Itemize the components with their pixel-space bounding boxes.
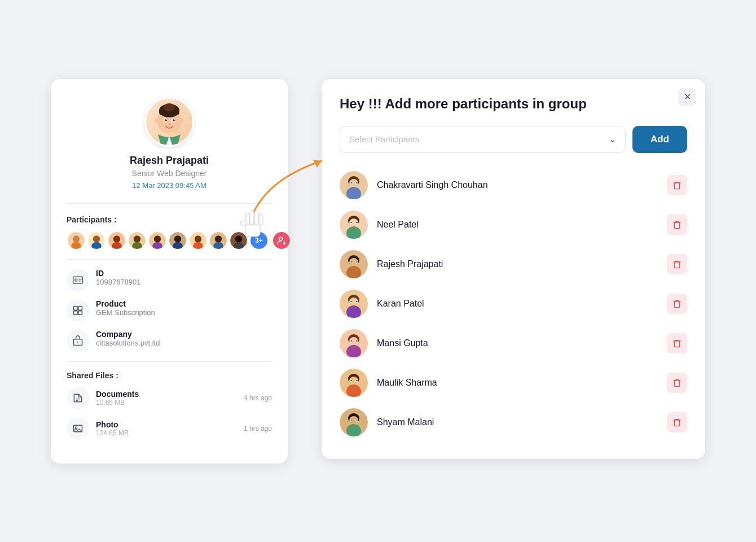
svg-point-87 xyxy=(356,261,357,262)
shared-files-label: Shared Files : xyxy=(67,371,272,380)
participants-label: Participants : xyxy=(67,215,272,224)
close-button[interactable]: ✕ xyxy=(678,88,696,106)
participant-name: Maulik Sharma xyxy=(377,378,658,388)
info-section: ID 10987678901 Product GEM Subscription xyxy=(67,260,272,362)
mini-avatar-1 xyxy=(67,231,86,250)
add-participant-button[interactable] xyxy=(272,231,291,250)
participant-row: Neel Patel xyxy=(340,206,687,243)
participant-avatar xyxy=(340,408,368,436)
select-participants-dropdown[interactable]: Select Participants ⌄ xyxy=(340,126,626,153)
participant-row: Rajesh Prajapati xyxy=(340,246,687,283)
participant-avatar xyxy=(340,250,368,278)
svg-point-30 xyxy=(195,235,201,242)
documents-icon xyxy=(67,387,89,409)
select-placeholder: Select Participants xyxy=(349,134,419,144)
profile-section: Rajesh Prajapati Senior Web Designer 12 … xyxy=(67,97,272,204)
mini-avatar-8 xyxy=(209,231,228,250)
svg-point-111 xyxy=(356,379,357,381)
participant-name: Neel Patel xyxy=(377,220,658,230)
svg-point-21 xyxy=(134,235,140,242)
participant-name: Rajesh Prajapati xyxy=(377,259,658,269)
svg-point-110 xyxy=(350,379,351,381)
mini-avatar-3 xyxy=(107,231,126,250)
delete-participant-button[interactable] xyxy=(667,215,687,235)
svg-point-6 xyxy=(165,119,167,121)
mini-avatar-9 xyxy=(229,231,248,250)
documents-name: Documents xyxy=(96,390,237,399)
add-row: Select Participants ⌄ Add xyxy=(340,126,687,153)
mini-avatar-4 xyxy=(128,231,147,250)
participant-avatar xyxy=(340,211,368,239)
svg-marker-55 xyxy=(313,160,322,168)
svg-point-36 xyxy=(235,235,242,242)
company-label: Company xyxy=(96,330,160,339)
svg-point-18 xyxy=(113,235,120,242)
product-label: Product xyxy=(96,299,155,308)
photo-size: 124.65 MB xyxy=(96,429,237,437)
participant-row: Mansi Gupta xyxy=(340,325,687,362)
profile-date: 12 Mar 2023 09:45 AM xyxy=(132,181,206,190)
svg-point-103 xyxy=(356,340,357,341)
participant-row: Chakravarti Singh Chouhan xyxy=(340,167,687,204)
id-value: 10987678901 xyxy=(96,278,141,286)
id-icon xyxy=(67,269,89,291)
svg-rect-47 xyxy=(74,311,78,314)
delete-participant-button[interactable] xyxy=(667,294,687,314)
svg-point-9 xyxy=(155,118,159,124)
page-container: Rajesh Prajapati Senior Web Designer 12 … xyxy=(17,56,739,486)
left-card: Rajesh Prajapati Senior Web Designer 12 … xyxy=(51,79,288,464)
file-photo: Photo 124.65 MB 1 hrs ago xyxy=(67,417,272,440)
company-icon xyxy=(67,330,89,352)
delete-participant-button[interactable] xyxy=(667,175,687,195)
photo-name: Photo xyxy=(96,420,237,429)
svg-point-38 xyxy=(279,237,283,241)
delete-participant-button[interactable] xyxy=(667,333,687,353)
product-value: GEM Subscription xyxy=(96,308,155,317)
file-documents: Documents 10.65 MB 4 hrs ago xyxy=(67,387,272,409)
svg-point-7 xyxy=(173,119,175,121)
participant-name: Mansi Gupta xyxy=(377,338,658,348)
svg-point-118 xyxy=(350,419,351,420)
svg-rect-45 xyxy=(74,306,78,310)
participant-row: Shyam Malani xyxy=(340,404,687,441)
delete-participant-button[interactable] xyxy=(667,373,687,393)
svg-point-12 xyxy=(73,235,80,242)
id-label: ID xyxy=(96,269,141,278)
svg-point-70 xyxy=(350,182,351,183)
info-product: Product GEM Subscription xyxy=(67,299,272,322)
svg-rect-48 xyxy=(78,311,82,314)
info-company: Company cittasolutions.pvt.ltd xyxy=(67,330,272,352)
svg-point-24 xyxy=(154,235,161,242)
company-value: cittasolutions.pvt.ltd xyxy=(96,339,160,347)
svg-point-102 xyxy=(350,340,351,341)
count-badge: 3+ xyxy=(249,231,269,250)
svg-point-3 xyxy=(164,103,175,111)
svg-rect-46 xyxy=(78,306,82,310)
svg-point-79 xyxy=(356,221,357,222)
info-id: ID 10987678901 xyxy=(67,269,272,291)
delete-participant-button[interactable] xyxy=(667,254,687,274)
svg-point-119 xyxy=(356,419,357,420)
mini-avatar-2 xyxy=(87,231,106,250)
delete-participant-button[interactable] xyxy=(667,412,687,432)
chevron-down-icon: ⌄ xyxy=(609,134,616,145)
svg-point-71 xyxy=(356,182,357,183)
photo-icon xyxy=(67,417,89,440)
avatars-row: 3+ xyxy=(67,231,272,250)
participant-name: Chakravarti Singh Chouhan xyxy=(377,180,658,190)
profile-role: Senior Web Designer xyxy=(132,169,207,178)
profile-name: Rajesh Prajapati xyxy=(130,155,209,167)
participant-avatar xyxy=(340,171,368,199)
svg-point-94 xyxy=(350,300,351,301)
svg-point-42 xyxy=(75,278,77,281)
shared-files-section: Shared Files : Documents 10.65 MB 4 hrs … xyxy=(67,362,272,440)
photo-time: 1 hrs ago xyxy=(244,425,272,432)
documents-time: 4 hrs ago xyxy=(244,394,272,402)
participant-name: Shyam Malani xyxy=(377,417,658,427)
svg-point-95 xyxy=(356,300,357,301)
panel-title: Hey !!! Add more participants in group xyxy=(340,95,687,112)
mini-avatar-6 xyxy=(168,231,187,250)
add-button[interactable]: Add xyxy=(632,126,687,153)
right-card: ✕ Hey !!! Add more participants in group… xyxy=(322,79,705,459)
svg-point-27 xyxy=(174,235,181,242)
